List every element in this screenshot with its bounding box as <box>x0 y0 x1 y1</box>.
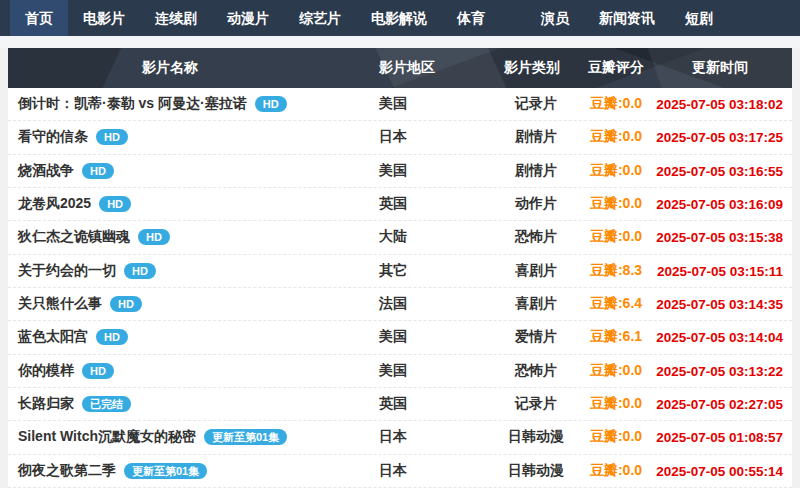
page-gap-strip <box>0 36 800 48</box>
douban-rating: 豆瓣:0.0 <box>590 128 642 146</box>
status-badge: HD <box>99 196 131 212</box>
update-time: 2025-07-05 03:16:09 <box>656 197 783 212</box>
nav-item[interactable]: 电影解说 <box>356 0 442 36</box>
movie-title-link[interactable]: 关只熊什么事 <box>18 295 102 313</box>
movie-region: 英国 <box>379 195 407 213</box>
status-badge: 更新至第01集 <box>204 429 287 445</box>
douban-rating: 豆瓣:0.0 <box>590 95 642 113</box>
update-time: 2025-07-05 00:55:14 <box>656 463 783 478</box>
movie-title-link[interactable]: 长路归家 <box>18 395 74 413</box>
douban-rating: 豆瓣:0.0 <box>590 362 642 380</box>
movie-list: 影片名称 影片地区 影片类别 豆瓣评分 更新时间 倒计时：凯蒂·泰勒 vs 阿曼… <box>8 48 792 488</box>
nav-item[interactable]: 首页 <box>10 0 68 36</box>
table-row[interactable]: 关于约会的一切 HD 其它 喜剧片 豆瓣:8.3 2025-07-05 03:1… <box>8 255 792 288</box>
status-badge: 已完结 <box>82 396 131 412</box>
update-time: 2025-07-05 02:27:05 <box>656 397 783 412</box>
nav-item[interactable]: 动漫片 <box>212 0 284 36</box>
movie-region: 英国 <box>379 395 407 413</box>
movie-type: 恐怖片 <box>515 362 557 380</box>
movie-title-cell: 长路归家 已完结 <box>18 395 131 413</box>
movie-region: 其它 <box>379 262 407 280</box>
movie-title-cell: 蓝色太阳宫 HD <box>18 328 128 346</box>
status-badge: HD <box>96 329 128 345</box>
table-row[interactable]: 倒计时：凯蒂·泰勒 vs 阿曼达·塞拉诺 HD 美国 记录片 豆瓣:0.0 20… <box>8 88 792 121</box>
movie-type: 记录片 <box>515 395 557 413</box>
movie-region: 美国 <box>379 95 407 113</box>
douban-rating: 豆瓣:0.0 <box>590 428 642 446</box>
douban-rating: 豆瓣:0.0 <box>590 162 642 180</box>
table-row[interactable]: 长路归家 已完结 英国 记录片 豆瓣:0.0 2025-07-05 02:27:… <box>8 388 792 421</box>
update-time: 2025-07-05 01:08:57 <box>656 430 783 445</box>
movie-type: 日韩动漫 <box>508 462 564 480</box>
update-time: 2025-07-05 03:16:55 <box>656 163 783 178</box>
movie-title-link[interactable]: 彻夜之歌第二季 <box>18 462 116 480</box>
status-badge: 更新至第01集 <box>124 463 207 479</box>
movie-title-link[interactable]: 蓝色太阳宫 <box>18 328 88 346</box>
table-row[interactable]: 蓝色太阳宫 HD 美国 爱情片 豆瓣:6.1 2025-07-05 03:14:… <box>8 321 792 354</box>
douban-rating: 豆瓣:6.4 <box>590 295 642 313</box>
nav-item[interactable]: 新闻资讯 <box>584 0 670 36</box>
status-badge: HD <box>255 96 287 112</box>
header-movie-name: 影片名称 <box>142 59 198 77</box>
movie-title-link[interactable]: 倒计时：凯蒂·泰勒 vs 阿曼达·塞拉诺 <box>18 95 247 113</box>
douban-rating: 豆瓣:0.0 <box>590 395 642 413</box>
update-time: 2025-07-05 03:14:04 <box>656 330 783 345</box>
movie-region: 美国 <box>379 362 407 380</box>
nav-item[interactable]: 电影片 <box>68 0 140 36</box>
movie-type: 恐怖片 <box>515 228 557 246</box>
movie-rows: 倒计时：凯蒂·泰勒 vs 阿曼达·塞拉诺 HD 美国 记录片 豆瓣:0.0 20… <box>8 88 792 488</box>
table-row[interactable]: 关只熊什么事 HD 法国 喜剧片 豆瓣:6.4 2025-07-05 03:14… <box>8 288 792 321</box>
status-badge: HD <box>96 129 128 145</box>
movie-type: 喜剧片 <box>515 262 557 280</box>
table-row[interactable]: 看守的信条 HD 日本 剧情片 豆瓣:0.0 2025-07-05 03:17:… <box>8 121 792 154</box>
nav-item[interactable]: 短剧 <box>670 0 728 36</box>
status-badge: HD <box>82 163 114 179</box>
movie-type: 日韩动漫 <box>508 428 564 446</box>
movie-title-link[interactable]: 狄仁杰之诡镇幽魂 <box>18 228 130 246</box>
header-movie-region: 影片地区 <box>379 59 435 77</box>
movie-title-link[interactable]: 看守的信条 <box>18 128 88 146</box>
table-row[interactable]: 龙卷风2025 HD 英国 动作片 豆瓣:0.0 2025-07-05 03:1… <box>8 188 792 221</box>
movie-region: 美国 <box>379 162 407 180</box>
movie-title-cell: 你的模样 HD <box>18 362 114 380</box>
movie-title-link[interactable]: 龙卷风2025 <box>18 195 91 213</box>
nav-item[interactable]: 连续剧 <box>140 0 212 36</box>
douban-rating: 豆瓣:0.0 <box>590 462 642 480</box>
list-header: 影片名称 影片地区 影片类别 豆瓣评分 更新时间 <box>8 48 792 88</box>
movie-type: 动作片 <box>515 195 557 213</box>
update-time: 2025-07-05 03:15:11 <box>657 263 783 278</box>
nav-item[interactable]: 体育 <box>442 0 500 36</box>
status-badge: HD <box>124 263 156 279</box>
header-movie-type: 影片类别 <box>504 59 560 77</box>
table-row[interactable]: 你的模样 HD 美国 恐怖片 豆瓣:0.0 2025-07-05 03:13:2… <box>8 355 792 388</box>
table-row[interactable]: 狄仁杰之诡镇幽魂 HD 大陆 恐怖片 豆瓣:0.0 2025-07-05 03:… <box>8 221 792 254</box>
update-time: 2025-07-05 03:13:22 <box>656 363 783 378</box>
movie-title-cell: 倒计时：凯蒂·泰勒 vs 阿曼达·塞拉诺 HD <box>18 95 287 113</box>
table-row[interactable]: 烧酒战争 HD 美国 剧情片 豆瓣:0.0 2025-07-05 03:16:5… <box>8 155 792 188</box>
movie-title-cell: 关于约会的一切 HD <box>18 262 156 280</box>
nav-item[interactable]: 综艺片 <box>284 0 356 36</box>
movie-title-cell: 狄仁杰之诡镇幽魂 HD <box>18 228 170 246</box>
update-time: 2025-07-05 03:15:38 <box>656 230 783 245</box>
movie-type: 爱情片 <box>515 328 557 346</box>
movie-title-cell: Silent Witch沉默魔女的秘密 更新至第01集 <box>18 428 287 446</box>
nav-item[interactable]: 演员 <box>526 0 584 36</box>
movie-type: 喜剧片 <box>515 295 557 313</box>
movie-title-cell: 烧酒战争 HD <box>18 162 114 180</box>
table-row[interactable]: 彻夜之歌第二季 更新至第01集 日本 日韩动漫 豆瓣:0.0 2025-07-0… <box>8 455 792 488</box>
update-time: 2025-07-05 03:14:35 <box>656 297 783 312</box>
update-time: 2025-07-05 03:17:25 <box>656 130 783 145</box>
movie-region: 法国 <box>379 295 407 313</box>
douban-rating: 豆瓣:0.0 <box>590 228 642 246</box>
douban-rating: 豆瓣:8.3 <box>590 262 642 280</box>
table-row[interactable]: Silent Witch沉默魔女的秘密 更新至第01集 日本 日韩动漫 豆瓣:0… <box>8 421 792 454</box>
movie-title-link[interactable]: 关于约会的一切 <box>18 262 116 280</box>
movie-title-link[interactable]: Silent Witch沉默魔女的秘密 <box>18 428 196 446</box>
movie-title-cell: 看守的信条 HD <box>18 128 128 146</box>
movie-title-link[interactable]: 烧酒战争 <box>18 162 74 180</box>
movie-type: 记录片 <box>515 95 557 113</box>
update-time: 2025-07-05 03:18:02 <box>656 97 783 112</box>
movie-title-link[interactable]: 你的模样 <box>18 362 74 380</box>
status-badge: HD <box>138 229 170 245</box>
movie-title-cell: 关只熊什么事 HD <box>18 295 142 313</box>
